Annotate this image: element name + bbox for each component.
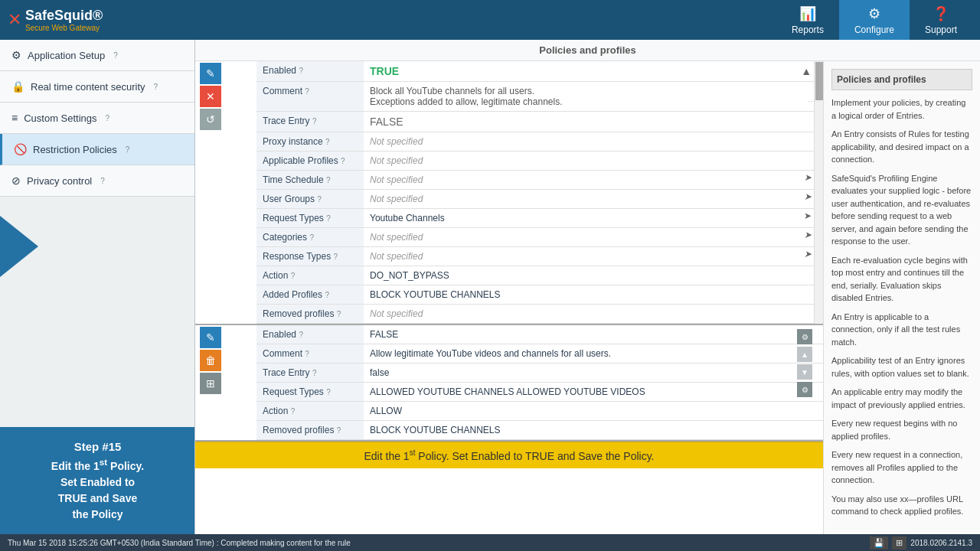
p2-comment-help-icon[interactable]: ? [305, 350, 309, 358]
custom-settings-help[interactable]: ? [106, 114, 110, 122]
reqtypes-help-icon[interactable]: ? [326, 214, 331, 223]
comment-help-icon[interactable]: ? [305, 87, 309, 96]
policy1-delete-btn[interactable]: ✕ [200, 86, 221, 107]
field-value-comment: Block all YouTube channels for all users… [364, 82, 823, 112]
logo-area: ✕ SafeSquid® Secure Web Gateway [8, 8, 103, 32]
p2-reqtypes-help-icon[interactable]: ? [326, 388, 331, 396]
field-value-resptypes: Not specified ➤ [364, 247, 823, 266]
table-row: Response Types ? Not specified ➤ [256, 247, 823, 266]
field-value-removedprofiles: Not specified [364, 305, 823, 324]
action-help-icon[interactable]: ? [291, 272, 296, 280]
resptypes-arrow-btn[interactable]: ➤ [804, 249, 812, 259]
custom-settings-icon: ≡ [11, 112, 18, 124]
p2-field-value-removedprofiles: BLOCK YOUTUBE CHANNELS [364, 421, 823, 440]
p2-enabled-help-icon[interactable]: ? [299, 331, 303, 339]
policy1-edit-btn[interactable]: ✎ [200, 63, 221, 84]
sidebar-item-privacy-control[interactable]: ⊘ Privacy control ? [0, 165, 194, 197]
right-panel-p9: Every new request in a connection, remov… [831, 448, 972, 487]
fullscreen-icon: ⊞ [892, 536, 906, 549]
categories-help-icon[interactable]: ? [309, 233, 314, 242]
table-row: Request Types ? ALLOWED YOUTUBE CHANNELS… [256, 383, 823, 402]
field-value-proxy: Not specified [364, 132, 823, 152]
policy2-delete-btn[interactable]: 🗑 [200, 350, 221, 371]
header: ✕ SafeSquid® Secure Web Gateway 📊 Report… [0, 0, 980, 40]
policy1-reset-btn[interactable]: ↺ [200, 109, 221, 130]
p2-action-help-icon[interactable]: ? [291, 407, 296, 416]
right-panel-title: Policies and profiles [831, 69, 972, 90]
privacy-help[interactable]: ? [100, 177, 105, 185]
field-label-usergroups: User Groups ? [256, 190, 364, 209]
policy2-controls: ✎ 🗑 ⊞ [195, 325, 226, 394]
proxy-help-icon[interactable]: ? [325, 138, 330, 146]
field-label-categories: Categories ? [256, 228, 364, 247]
p2-removedprofiles-help-icon[interactable]: ? [337, 426, 341, 435]
field-value-usergroups: Not specified ➤ [364, 190, 823, 209]
p2-field-value-comment: Allow legitimate YouTube videos and chan… [364, 344, 823, 364]
right-panel-p8: Every new request begins with no applied… [831, 417, 972, 442]
app-setup-help[interactable]: ? [113, 51, 118, 60]
field-label-reqtypes: Request Types ? [256, 209, 364, 228]
right-panel: Policies and profiles Implement your pol… [823, 61, 980, 534]
comment-text: Block all YouTube channels for all users… [370, 86, 817, 107]
usergroups-arrow-btn[interactable]: ➤ [804, 191, 812, 202]
table-row: Request Types ? Youtube Channels ➤ [256, 209, 823, 228]
sidebar-item-restriction-policies[interactable]: 🚫 Restriction Policies ? [0, 134, 194, 165]
status-bar: Thu Mar 15 2018 15:25:26 GMT+0530 (India… [0, 534, 980, 551]
field-value-trace: FALSE [364, 112, 823, 132]
time-arrow-btn[interactable]: ➤ [804, 172, 812, 183]
right-panel-p3: SafeSquid's Profiling Engine evaluates y… [831, 172, 972, 248]
table-row: Action ? ALLOW [256, 402, 823, 421]
table-row: Comment ? Block all YouTube channels for… [256, 82, 823, 112]
content: Policies and profiles ✎ ✕ ↺ [195, 40, 980, 534]
restriction-help[interactable]: ? [126, 145, 130, 154]
right-panel-p5: An Entry is applicable to a connection, … [831, 311, 972, 349]
field-label-applicable: Applicable Profiles ? [256, 152, 364, 171]
sidebar-item-custom-settings[interactable]: ≡ Custom Settings ? [0, 103, 194, 134]
field-value-action: DO_NOT_BYPASS [364, 266, 823, 285]
time-help-icon[interactable]: ? [326, 176, 331, 184]
app-setup-icon: ⚙ [11, 49, 21, 61]
right-panel-p10: You may also use xx—profiles URL command… [831, 493, 972, 518]
yellow-bar: Edit the 1st Policy. Set Enabled to TRUE… [195, 442, 823, 468]
sidebar-label-application-setup: Application Setup [28, 50, 105, 61]
db-icon: 💾 [870, 536, 888, 549]
policy2-copy-btn[interactable]: ⊞ [200, 373, 221, 394]
right-panel-p2: An Entry consists of Rules for testing a… [831, 128, 972, 166]
table-row: Applicable Profiles ? Not specified [256, 152, 823, 171]
trace-help-icon[interactable]: ? [312, 117, 317, 126]
support-nav-btn[interactable]: ❓ Support [910, 0, 972, 41]
p2-trace-help-icon[interactable]: ? [312, 369, 317, 377]
policy1-controls: ✎ ✕ ↺ [195, 61, 226, 130]
resize-handle[interactable]: ⋯ [808, 97, 815, 106]
resptypes-help-icon[interactable]: ? [334, 253, 338, 261]
realtime-help[interactable]: ? [154, 83, 158, 91]
enabled-help-icon[interactable]: ? [299, 67, 303, 75]
version-text: 2018.0206.2141.3 [910, 539, 972, 547]
sidebar-item-realtime[interactable]: 🔒 Real time content security ? [0, 71, 194, 103]
p2-field-label-removedprofiles: Removed profiles ? [256, 421, 364, 440]
categories-arrow-btn[interactable]: ➤ [804, 230, 812, 240]
addedprofiles-help-icon[interactable]: ? [325, 291, 329, 299]
table-row: Enabled ? FALSE [256, 325, 823, 344]
field-label-addedprofiles: Added Profiles ? [256, 285, 364, 305]
applicable-help-icon[interactable]: ? [341, 157, 345, 165]
removedprofiles-help-icon[interactable]: ? [337, 310, 341, 318]
reqtypes-arrow-btn[interactable]: ➤ [804, 210, 812, 221]
step-box: Step #15 Edit the 1st Policy.Set Enabled… [0, 427, 195, 534]
field-value-enabled: TRUE [364, 61, 823, 82]
content-body: ✎ ✕ ↺ ▲ Enabled ? TRUE [195, 61, 980, 534]
configure-nav-btn[interactable]: ⚙ Configure [839, 0, 910, 41]
reports-label: Reports [792, 24, 824, 35]
right-panel-p1: Implement your policies, by creating a l… [831, 96, 972, 122]
table-row: User Groups ? Not specified ➤ [256, 190, 823, 209]
p2-field-label-trace: Trace Entry ? [256, 364, 364, 383]
policy2-edit-btn[interactable]: ✎ [200, 327, 221, 348]
p2-field-value-trace: false [364, 364, 823, 383]
field-label-removedprofiles: Removed profiles ? [256, 305, 364, 324]
logo-sub: Secure Web Gateway [25, 24, 103, 32]
table-row: Trace Entry ? false [256, 364, 823, 383]
sidebar-item-application-setup[interactable]: ⚙ Application Setup ? [0, 40, 194, 71]
field-label-comment: Comment ? [256, 82, 364, 112]
reports-nav-btn[interactable]: 📊 Reports [776, 0, 839, 41]
usergroups-help-icon[interactable]: ? [317, 195, 322, 204]
